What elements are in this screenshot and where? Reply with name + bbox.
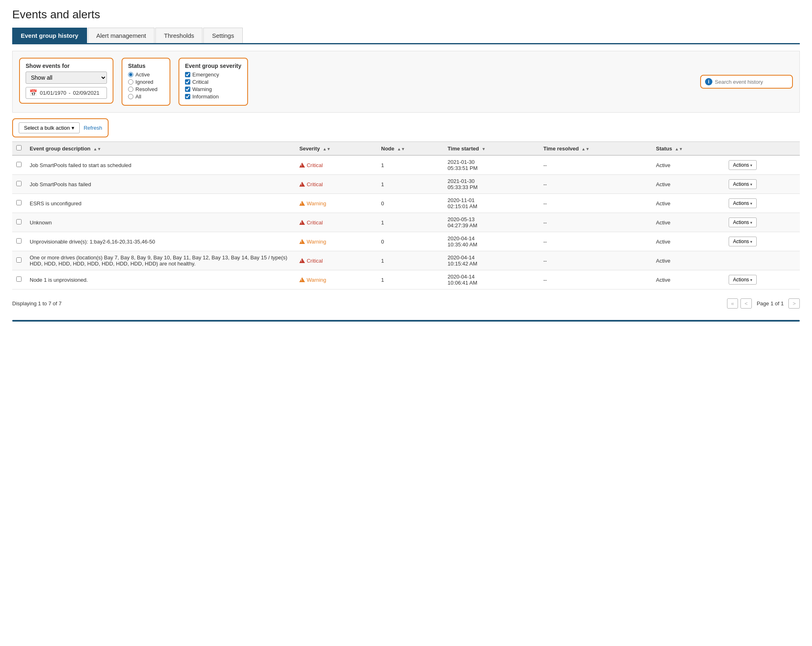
tab-settings[interactable]: Settings — [203, 28, 242, 43]
warning-icon — [299, 201, 305, 206]
cell-description: Node 1 is unprovisioned. — [26, 270, 295, 289]
cell-status: Active — [652, 270, 725, 289]
select-all-checkbox[interactable] — [16, 145, 22, 150]
pagination-bar: Displaying 1 to 7 of 7 « < Page 1 of 1 > — [12, 295, 800, 312]
actions-button[interactable]: Actions ▾ — [729, 218, 757, 227]
actions-button[interactable]: Actions ▾ — [729, 160, 757, 170]
col-status[interactable]: Status ▲▼ — [652, 142, 725, 156]
severity-critical: Critical — [185, 79, 242, 85]
tab-thresholds[interactable]: Thresholds — [155, 28, 202, 43]
search-input[interactable] — [715, 79, 788, 85]
severity-warning-check[interactable] — [185, 87, 190, 92]
tab-alert-management[interactable]: Alert management — [88, 28, 155, 43]
actions-button[interactable]: Actions ▾ — [729, 275, 757, 285]
critical-icon — [299, 163, 305, 167]
table-row: Unknown Critical12020-05-13 04:27:39 AM-… — [12, 213, 800, 232]
cell-node: 1 — [377, 251, 444, 270]
cell-status: Active — [652, 194, 725, 213]
pagination-controls: « < Page 1 of 1 > — [727, 298, 800, 309]
bulk-action-button[interactable]: Select a bulk action ▾ — [19, 122, 80, 133]
cell-severity: Warning — [295, 232, 377, 251]
col-severity[interactable]: Severity ▲▼ — [295, 142, 377, 156]
status-ignored-radio[interactable] — [128, 79, 133, 85]
info-icon: i — [705, 78, 712, 85]
table-row: Job SmartPools has failed Critical12021-… — [12, 175, 800, 194]
row-checkbox[interactable] — [16, 181, 22, 186]
severity-critical-check[interactable] — [185, 79, 190, 85]
col-time-started[interactable]: Time started ▼ — [444, 142, 539, 156]
cell-time-resolved: -- — [539, 232, 652, 251]
refresh-button[interactable]: Refresh — [84, 125, 102, 131]
show-events-dropdown[interactable]: Show all — [26, 72, 107, 84]
critical-icon — [299, 220, 305, 225]
display-count: Displaying 1 to 7 of 7 — [12, 300, 61, 307]
table-row: Job SmartPools failed to start as schedu… — [12, 155, 800, 175]
table-row: ESRS is unconfigured Warning02020-11-01 … — [12, 194, 800, 213]
calendar-icon: 📅 — [29, 89, 37, 97]
filter-panel: Show events for Show all 📅 01/01/1970 - … — [12, 51, 800, 113]
severity-information-check[interactable] — [185, 94, 190, 99]
cell-actions: Actions ▾ — [725, 213, 800, 232]
actions-button[interactable]: Actions ▾ — [729, 179, 757, 189]
toolbar: Select a bulk action ▾ Refresh — [12, 118, 109, 137]
cell-description: Job SmartPools has failed — [26, 175, 295, 194]
col-node[interactable]: Node ▲▼ — [377, 142, 444, 156]
actions-button[interactable]: Actions ▾ — [729, 237, 757, 246]
col-time-resolved[interactable]: Time resolved ▲▼ — [539, 142, 652, 156]
table-row: Unprovisionable drive(s): 1:bay2-6,16-20… — [12, 232, 800, 251]
status-active-radio[interactable] — [128, 72, 133, 77]
severity-information: Information — [185, 94, 242, 100]
cell-description: One or more drives (location(s) Bay 7, B… — [26, 251, 295, 270]
cell-description: ESRS is unconfigured — [26, 194, 295, 213]
col-actions — [725, 142, 800, 156]
date-range: 📅 01/01/1970 - 02/09/2021 — [26, 87, 107, 99]
first-page-button[interactable]: « — [727, 298, 738, 309]
status-active: Active — [128, 72, 164, 78]
prev-page-button[interactable]: < — [740, 298, 752, 309]
cell-time-started: 2021-01-30 05:33:51 PM — [444, 155, 539, 175]
cell-status: Active — [652, 175, 725, 194]
status-all-label: All — [135, 94, 141, 100]
cell-time-started: 2020-04-14 10:35:40 AM — [444, 232, 539, 251]
warning-icon — [299, 277, 305, 282]
tab-event-group-history[interactable]: Event group history — [12, 28, 87, 43]
status-filter: Status Active Ignored Resolved All — [122, 58, 170, 106]
cell-severity: Critical — [295, 213, 377, 232]
cell-time-resolved: -- — [539, 155, 652, 175]
cell-actions — [725, 251, 800, 270]
warning-icon — [299, 239, 305, 244]
cell-actions: Actions ▾ — [725, 270, 800, 289]
cell-time-started: 2020-04-14 10:15:42 AM — [444, 251, 539, 270]
actions-button[interactable]: Actions ▾ — [729, 198, 757, 208]
severity-warning: Warning — [185, 86, 242, 92]
cell-time-started: 2020-05-13 04:27:39 AM — [444, 213, 539, 232]
next-page-button[interactable]: > — [788, 298, 800, 309]
page-label: Page 1 of 1 — [754, 300, 786, 307]
row-checkbox[interactable] — [16, 257, 22, 263]
cell-time-resolved: -- — [539, 213, 652, 232]
cell-description: Unprovisionable drive(s): 1:bay2-6,16-20… — [26, 232, 295, 251]
cell-description: Unknown — [26, 213, 295, 232]
status-ignored: Ignored — [128, 79, 164, 85]
severity-information-label: Information — [192, 94, 219, 100]
severity-label: Event group severity — [185, 63, 242, 69]
col-description[interactable]: Event group description ▲▼ — [26, 142, 295, 156]
cell-time-started: 2021-01-30 05:33:33 PM — [444, 175, 539, 194]
cell-node: 1 — [377, 175, 444, 194]
cell-status: Active — [652, 232, 725, 251]
show-events-for-filter: Show events for Show all 📅 01/01/1970 - … — [19, 58, 113, 104]
row-checkbox[interactable] — [16, 238, 22, 244]
bottom-bar — [12, 320, 800, 322]
search-box: i — [700, 75, 793, 89]
status-all-radio[interactable] — [128, 94, 133, 99]
status-resolved-radio[interactable] — [128, 87, 133, 92]
severity-emergency-check[interactable] — [185, 72, 190, 77]
critical-icon — [299, 258, 305, 263]
bulk-action-caret: ▾ — [72, 125, 74, 131]
row-checkbox[interactable] — [16, 200, 22, 205]
row-checkbox[interactable] — [16, 276, 22, 282]
status-resolved-label: Resolved — [135, 86, 157, 92]
cell-actions: Actions ▾ — [725, 194, 800, 213]
row-checkbox[interactable] — [16, 162, 22, 167]
row-checkbox[interactable] — [16, 219, 22, 224]
